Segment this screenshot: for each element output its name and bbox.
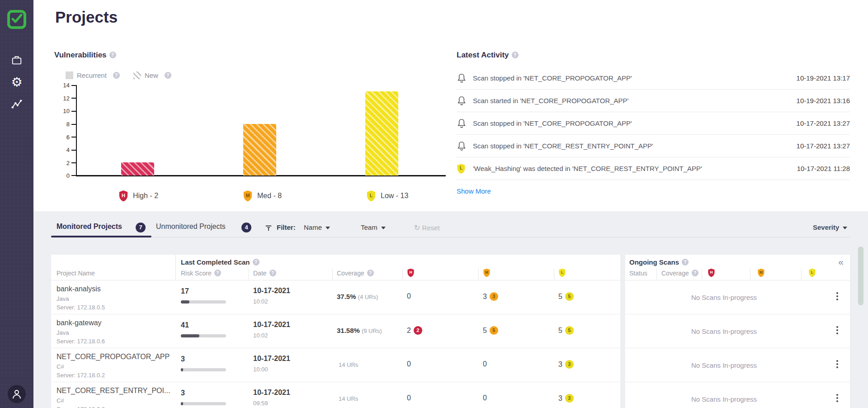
legend-recurrent-swatch[interactable] (66, 71, 73, 79)
scrollbar-thumb[interactable] (858, 247, 863, 305)
ongoing-scans-panel: Ongoing Scans « Status Coverage H M L No… (625, 255, 850, 408)
y-tick-label: 12 (53, 95, 70, 102)
risk-score-bar (181, 334, 226, 337)
med-badge: 3 (490, 292, 498, 301)
bar-high[interactable] (121, 162, 154, 176)
help-icon[interactable] (512, 52, 519, 58)
bar-med[interactable] (243, 124, 276, 176)
help-icon[interactable] (113, 72, 120, 79)
chevron-down-icon (381, 227, 386, 229)
activity-timestamp: 10-17-2021 11:28 (797, 165, 850, 172)
group-header-last-completed-scan: Last Completed Scan (181, 258, 259, 266)
bell-icon (457, 141, 473, 152)
col-status: Status (629, 270, 647, 277)
dashboard: ⚙ Projects Vulnerabilities Recurrent New (0, 0, 868, 408)
settings-gear-icon[interactable]: ⚙ (0, 76, 33, 89)
svg-text:H: H (409, 270, 412, 275)
y-tick-label: 6 (53, 134, 70, 141)
row-menu-kebab-icon[interactable] (834, 326, 841, 337)
filter-team-dropdown[interactable]: Team (361, 223, 386, 231)
help-icon[interactable] (109, 52, 116, 58)
table-row[interactable]: bank-analysis Java Server: 172.18.0.5 17… (51, 280, 620, 314)
show-more-link[interactable]: Show More (457, 187, 491, 195)
activity-timestamp: 10-17-2021 13:27 (797, 119, 850, 127)
col-low-shield-icon: L (808, 268, 816, 277)
vulnerabilities-bar-chart: 14 12 10 8 6 4 2 0 (76, 85, 446, 176)
table-header: Last Completed Scan Project Name Risk Sc… (51, 255, 620, 280)
bell-icon (457, 73, 473, 84)
svg-text:M: M (245, 193, 250, 198)
tabbar-divider (51, 237, 850, 237)
filter-icon (264, 224, 273, 232)
low-shield-icon: L (457, 163, 473, 174)
user-avatar[interactable] (8, 385, 26, 403)
legend-recurrent-label[interactable]: Recurrent (77, 71, 107, 79)
tab-monitored-projects[interactable]: Monitored Projects (57, 223, 122, 231)
activity-row[interactable]: Scan stopped in 'NET_CORE_PROPOGATOR_APP… (457, 112, 850, 135)
col-date: Date (253, 270, 276, 277)
row-menu-kebab-icon[interactable] (834, 292, 841, 303)
help-icon[interactable] (692, 270, 698, 276)
help-icon[interactable] (214, 270, 221, 276)
col-high-shield-icon: H (708, 268, 715, 277)
row-menu-kebab-icon[interactable] (834, 360, 841, 371)
vulnerabilities-heading: Vulnerabilities (54, 51, 116, 60)
table-row[interactable]: NET_CORE_PROPOGATOR_APP C# Server: 172.1… (51, 348, 620, 382)
analytics-trend-icon[interactable] (0, 99, 33, 109)
activity-row[interactable]: Scan stopped in 'NET_CORE_PROPOGATOR_APP… (457, 67, 850, 90)
low-badge: 3 (565, 360, 574, 369)
y-tick-label: 8 (53, 121, 70, 128)
svg-text:L: L (811, 270, 813, 275)
svg-text:H: H (122, 193, 125, 198)
bell-icon (457, 118, 473, 129)
legend-new-label[interactable]: New (145, 71, 158, 79)
ongoing-row: No Scans In-progress (625, 280, 850, 314)
low-badge: 3 (565, 394, 574, 403)
svg-text:L: L (561, 270, 563, 275)
legend-new-swatch[interactable] (133, 71, 141, 79)
help-icon[interactable] (269, 270, 276, 276)
activity-row[interactable]: L 'Weak_Hashing' was detected in 'NET_CO… (457, 157, 850, 180)
low-shield-icon: L (366, 190, 376, 202)
activity-row[interactable]: Scan stopped in 'NET_CORE_REST_ENTRY_POI… (457, 135, 850, 157)
filter-label: Filter: (277, 223, 296, 231)
severity-dropdown[interactable]: Severity (813, 223, 847, 231)
table-row[interactable]: NET_CORE_REST_ENTRY_POI... C# Server: 17… (51, 382, 620, 408)
bar-low[interactable] (365, 91, 398, 176)
svg-text:L: L (370, 193, 373, 198)
reset-button[interactable]: ↻ Reset (414, 223, 440, 232)
help-icon[interactable] (165, 72, 171, 79)
filter-name-dropdown[interactable]: Name (304, 223, 330, 231)
ongoing-header: Ongoing Scans « Status Coverage H M L (625, 255, 850, 280)
group-header-ongoing-scans: Ongoing Scans (629, 258, 689, 266)
help-icon[interactable] (682, 259, 689, 266)
row-menu-kebab-icon[interactable] (834, 394, 841, 405)
y-axis (76, 85, 77, 176)
tab-unmonitored-projects[interactable]: Unmonitored Projects (156, 223, 226, 231)
low-badge: 5 (565, 326, 574, 335)
ongoing-row: No Scans In-progress (625, 382, 850, 408)
table-row[interactable]: bank-gateway Java Server: 172.18.0.6 41 … (51, 314, 620, 348)
svg-text:M: M (760, 270, 763, 275)
help-icon[interactable] (367, 270, 374, 276)
active-tab-underline (51, 236, 151, 237)
projects-briefcase-icon[interactable] (0, 54, 33, 66)
summary-high: H High - 2 (118, 190, 158, 202)
activity-timestamp: 10-17-2021 13:27 (797, 142, 850, 150)
tab-unmonitored-count: 4 (241, 223, 251, 232)
activity-timestamp: 10-19-2021 13:16 (797, 97, 850, 104)
checkmarx-logo-icon[interactable] (7, 10, 26, 29)
svg-text:M: M (485, 270, 488, 275)
reset-icon: ↻ (414, 224, 420, 232)
chevron-down-icon (326, 227, 330, 229)
col-low-shield-icon: L (558, 268, 566, 277)
help-icon[interactable] (253, 259, 259, 266)
col-med-shield-icon: M (483, 268, 491, 277)
collapse-panel-icon[interactable]: « (838, 256, 844, 267)
med-badge: 5 (490, 326, 498, 335)
risk-score-bar (181, 402, 226, 405)
bell-icon (457, 95, 473, 106)
activity-row[interactable]: Scan started in 'NET_CORE_PROPOGATOR_APP… (457, 90, 850, 112)
high-badge: 2 (414, 326, 422, 335)
col-project-name: Project Name (57, 270, 95, 277)
